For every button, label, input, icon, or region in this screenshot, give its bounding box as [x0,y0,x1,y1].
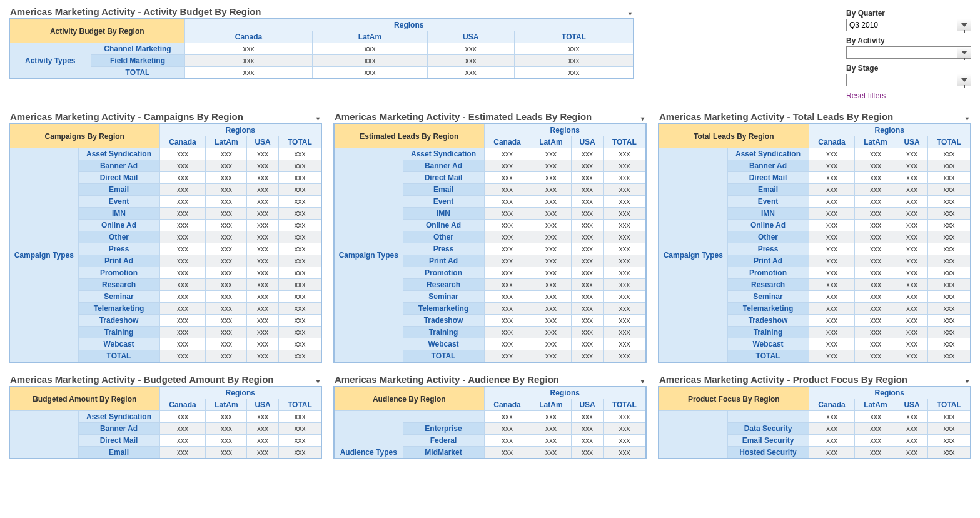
column-header[interactable]: LatAm [206,399,247,411]
row-group-header[interactable] [9,411,78,459]
row-header[interactable]: Training [78,327,159,338]
row-header[interactable] [727,411,809,423]
column-header[interactable]: USA [572,399,603,411]
row-header[interactable]: Telemarketing [403,303,484,315]
row-header[interactable]: Data Security [727,423,809,435]
row-header[interactable]: Banner Ad [78,423,159,435]
column-header[interactable]: Canada [484,399,530,411]
widget-menu-icon[interactable]: ▾ [314,378,322,385]
row-header[interactable]: Seminar [727,291,809,303]
column-header[interactable]: Canada [484,136,530,148]
row-header[interactable]: Press [403,243,484,255]
row-header[interactable]: Online Ad [78,220,159,231]
row-header[interactable]: Event [403,196,484,208]
row-header[interactable]: Research [403,279,484,291]
column-header[interactable]: TOTAL [278,399,321,411]
row-group-header[interactable]: Campaign Types [9,148,78,363]
row-header[interactable]: Federal [403,435,484,447]
widget-menu-icon[interactable]: ▾ [314,115,322,122]
row-header[interactable]: Telemarketing [727,303,809,315]
row-header[interactable]: Tradeshow [78,315,159,327]
row-header[interactable]: Event [78,196,159,208]
row-header[interactable]: Asset Syndication [403,148,484,160]
row-header[interactable]: Banner Ad [78,160,159,172]
row-header[interactable]: Email [403,184,484,196]
column-header[interactable]: TOTAL [278,136,321,148]
filter-quarter[interactable] [846,19,971,31]
row-header[interactable]: Training [727,327,809,338]
column-header[interactable]: Canada [809,136,855,148]
row-header[interactable]: Tradeshow [727,315,809,327]
row-header[interactable]: TOTAL [91,67,184,79]
filter-stage[interactable] [846,74,971,86]
row-header[interactable]: Direct Mail [78,172,159,184]
row-header[interactable]: Other [727,231,809,243]
row-header[interactable]: TOTAL [78,350,159,363]
row-group-header[interactable]: Campaign Types [659,148,727,363]
filter-activity-button[interactable] [957,47,971,58]
row-header[interactable]: Promotion [403,267,484,279]
column-header[interactable]: USA [427,31,514,43]
column-header[interactable]: LatAm [313,31,427,43]
row-header[interactable]: Press [727,243,809,255]
row-header[interactable]: Other [403,231,484,243]
column-header[interactable]: TOTAL [514,31,634,43]
row-header[interactable]: Hosted Security [727,447,809,459]
row-header[interactable]: Research [78,279,159,291]
widget-menu-icon[interactable]: ▾ [963,115,971,122]
column-header[interactable]: Canada [159,399,206,411]
column-header[interactable]: LatAm [530,399,572,411]
row-header[interactable]: Field Marketing [91,55,184,67]
row-header[interactable]: Training [403,327,484,338]
filter-stage-button[interactable] [957,74,971,86]
row-header[interactable]: Webcast [727,338,809,350]
row-header[interactable]: Asset Syndication [78,148,159,160]
column-header[interactable]: LatAm [855,136,896,148]
filter-activity[interactable] [846,46,971,59]
column-header[interactable]: USA [896,136,927,148]
row-header[interactable]: IMN [727,208,809,220]
widget-menu-icon[interactable]: ▾ [963,378,971,385]
row-header[interactable]: Banner Ad [403,160,484,172]
filter-quarter-input[interactable] [847,19,957,31]
row-header[interactable]: Other [78,231,159,243]
row-group-header[interactable]: Activity Types [9,43,91,79]
row-group-header[interactable]: Campaign Types [334,148,403,363]
row-header[interactable]: Print Ad [727,255,809,267]
row-header[interactable]: Email [78,447,159,459]
column-header[interactable]: USA [896,399,927,411]
row-header[interactable]: Email [727,184,809,196]
column-header[interactable]: USA [247,136,278,148]
row-header[interactable]: Tradeshow [403,315,484,327]
row-header[interactable]: TOTAL [727,350,809,363]
reset-filters-link[interactable]: Reset filters [846,91,886,100]
row-header[interactable]: Print Ad [403,255,484,267]
row-header[interactable]: Asset Syndication [727,148,809,160]
row-header[interactable]: Direct Mail [727,172,809,184]
row-header[interactable]: Event [727,196,809,208]
row-header[interactable]: Asset Syndication [78,411,159,423]
column-header[interactable]: Canada [159,136,206,148]
row-header[interactable] [403,411,484,423]
column-header[interactable]: LatAm [855,399,896,411]
row-header[interactable]: IMN [403,208,484,220]
row-header[interactable]: Banner Ad [727,160,809,172]
filter-activity-input[interactable] [847,47,957,58]
widget-menu-icon[interactable]: ▾ [626,10,634,17]
row-header[interactable]: IMN [78,208,159,220]
widget-menu-icon[interactable]: ▾ [639,378,647,385]
row-header[interactable]: Research [727,279,809,291]
row-header[interactable]: Email Security [727,435,809,447]
row-header[interactable]: Email [78,184,159,196]
row-header[interactable]: Online Ad [403,220,484,231]
row-header[interactable]: Seminar [403,291,484,303]
row-header[interactable]: Webcast [403,338,484,350]
filter-stage-input[interactable] [847,74,957,86]
widget-menu-icon[interactable]: ▾ [639,115,647,122]
column-header[interactable]: TOTAL [603,399,646,411]
row-header[interactable]: Webcast [78,338,159,350]
row-header[interactable]: Press [78,243,159,255]
column-header[interactable]: Canada [184,31,313,43]
row-header[interactable]: MidMarket [403,447,484,459]
row-header[interactable]: Direct Mail [403,172,484,184]
